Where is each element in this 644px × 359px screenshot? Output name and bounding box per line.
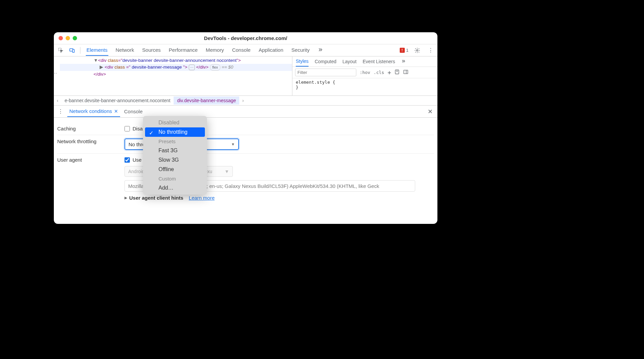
expand-icon: ▶ [124, 196, 127, 200]
learn-more-link[interactable]: Learn more [189, 195, 215, 201]
caching-row: Caching Disable cache [57, 122, 434, 135]
breadcrumb-item-1[interactable]: e-banner.devsite-banner-announcement.noc… [61, 96, 174, 105]
collapsed-icon[interactable]: ⋯ [189, 65, 195, 70]
tab-console[interactable]: Console [231, 45, 251, 56]
window-controls [59, 36, 77, 40]
dd-no-throttling[interactable]: ✓ No throttling [145, 127, 205, 137]
more-icon[interactable]: ⋮ [426, 46, 435, 55]
dd-offline[interactable]: Offline [145, 165, 205, 174]
devtools-window: DevTools - developer.chrome.com/ Element… [54, 32, 437, 224]
new-rule-icon[interactable]: + [388, 69, 391, 76]
breadcrumb: ‹ e-banner.devsite-banner-announcement.n… [54, 95, 437, 106]
close-window-button[interactable] [59, 36, 63, 40]
inspect-element-icon[interactable] [56, 46, 65, 55]
breadcrumb-prev-icon[interactable]: ‹ [54, 98, 61, 103]
drawer-tabs: ⋮ Network conditions ✕ Console ✕ [54, 106, 437, 118]
dd-add[interactable]: Add… [145, 183, 205, 193]
titlebar: DevTools - developer.chrome.com/ [54, 32, 437, 44]
disable-cache-checkbox[interactable] [124, 126, 130, 131]
drawer-menu-icon[interactable]: ⋮ [56, 107, 65, 116]
breadcrumb-item-2[interactable]: div.devsite-banner-message [174, 96, 239, 105]
breadcrumb-next-icon[interactable]: › [239, 98, 247, 103]
styles-toolbar: :hov .cls + [292, 67, 437, 78]
throttling-label: Network throttling [57, 138, 124, 144]
styles-tab-styles[interactable]: Styles [296, 58, 309, 67]
dom-line-1[interactable]: ▼<div class="devsite-banner devsite-bann… [60, 57, 292, 64]
main-tabs: Elements Network Sources Performance Mem… [86, 45, 324, 56]
drawer-tab-network-conditions[interactable]: Network conditions ✕ [67, 106, 120, 117]
main-split: ⋯ ▼<div class="devsite-banner devsite-ba… [54, 56, 437, 95]
dd-custom-header: Custom [145, 174, 205, 183]
check-icon: ✓ [149, 130, 153, 136]
svg-point-3 [417, 49, 418, 51]
tab-application[interactable]: Application [258, 45, 284, 56]
dom-line-2[interactable]: ▶<div class="devsite-banner-message"> ⋯ … [60, 64, 292, 71]
chevron-down-icon: ▼ [224, 169, 229, 174]
dd-fast-3g[interactable]: Fast 3G [145, 146, 205, 155]
error-icon: ! [400, 48, 405, 53]
dom-row-actions-icon[interactable]: ⋯ [54, 70, 58, 77]
tab-performance[interactable]: Performance [168, 45, 199, 56]
svg-rect-5 [404, 70, 408, 74]
tabs-overflow-icon[interactable] [317, 45, 324, 56]
styles-tabs: Styles Computed Layout Event Listeners [292, 56, 437, 67]
settings-icon[interactable] [413, 46, 422, 55]
tab-network[interactable]: Network [115, 45, 135, 56]
error-count: 1 [406, 48, 408, 53]
styles-body[interactable]: element.style { } [292, 78, 437, 91]
window-title: DevTools - developer.chrome.com/ [204, 35, 287, 41]
ua-hints-label: User agent client hints [129, 195, 183, 201]
device-toolbar-icon[interactable] [67, 46, 77, 55]
network-conditions-panel: Caching Disable cache Network throttling… [54, 118, 437, 209]
main-toolbar: Elements Network Sources Performance Mem… [54, 44, 437, 56]
hov-toggle[interactable]: :hov [360, 70, 370, 75]
drawer-tab-console[interactable]: Console [122, 106, 145, 117]
drawer-close-icon[interactable]: ✕ [425, 108, 435, 115]
toggle-sidebar-icon[interactable] [403, 69, 408, 76]
styles-tabs-overflow-icon[interactable] [401, 59, 406, 67]
caching-label: Caching [57, 126, 124, 131]
dd-slow-3g[interactable]: Slow 3G [145, 155, 205, 165]
flex-badge[interactable]: flex [210, 64, 220, 71]
styles-pane: Styles Computed Layout Event Listeners :… [292, 56, 437, 95]
styles-tab-computed[interactable]: Computed [315, 59, 336, 66]
cls-toggle[interactable]: .cls [373, 70, 384, 75]
tab-sources[interactable]: Sources [142, 45, 162, 56]
dd-presets-header: Presets [145, 137, 205, 146]
minimize-window-button[interactable] [66, 36, 70, 40]
tab-elements[interactable]: Elements [86, 45, 108, 56]
styles-filter-input[interactable] [295, 69, 356, 76]
throttling-row: Network throttling No throttling ▼ [57, 135, 434, 154]
toolbar-right: ! 1 ⋮ [400, 46, 435, 55]
styles-tab-event-listeners[interactable]: Event Listeners [363, 59, 395, 66]
chevron-down-icon: ▼ [231, 142, 235, 146]
selected-ref: == $0 [222, 64, 234, 71]
divider [80, 47, 80, 54]
dom-tree[interactable]: ⋯ ▼<div class="devsite-banner devsite-ba… [54, 56, 292, 95]
throttling-dropdown: Disabled ✓ No throttling Presets Fast 3G… [143, 116, 207, 195]
close-tab-icon[interactable]: ✕ [114, 109, 118, 114]
dom-line-3[interactable]: </div> [60, 71, 292, 78]
ua-label: User agent [57, 157, 124, 163]
svg-rect-2 [73, 49, 74, 52]
dd-disabled: Disabled [145, 118, 205, 127]
ua-hints-row[interactable]: ▶ User agent client hints Learn more [124, 195, 434, 201]
styles-tab-layout[interactable]: Layout [343, 59, 357, 66]
drawer-tab-label: Network conditions [69, 108, 112, 114]
errors-badge[interactable]: ! 1 [400, 48, 408, 53]
tab-memory[interactable]: Memory [205, 45, 224, 56]
tab-security[interactable]: Security [291, 45, 310, 56]
ua-default-checkbox[interactable] [124, 157, 130, 163]
device-hints-icon[interactable] [394, 69, 400, 76]
maximize-window-button[interactable] [73, 36, 77, 40]
user-agent-row: User agent Use browser default Android (… [57, 154, 434, 204]
